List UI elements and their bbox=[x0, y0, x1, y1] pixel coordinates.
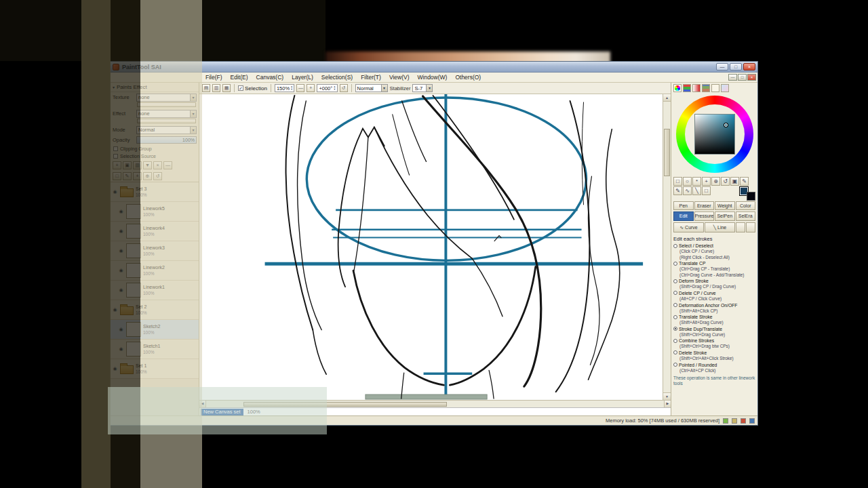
menu-item-view[interactable]: View(V) bbox=[385, 73, 414, 82]
hand-tool-icon[interactable]: ▣ bbox=[730, 177, 739, 186]
title-bar[interactable]: PaintTool SAI — □ × bbox=[111, 62, 757, 73]
mode-selera-button[interactable]: SelEra bbox=[736, 211, 756, 221]
menu-item-window[interactable]: Window(W) bbox=[414, 73, 452, 82]
edit-strokes-title: Edit each strokes bbox=[673, 236, 755, 242]
paint-mode-dropdown[interactable]: Normal ▾ bbox=[355, 84, 388, 92]
save-file-button[interactable]: ▦ bbox=[222, 84, 231, 92]
scroll-up-arrow[interactable]: ▲ bbox=[663, 94, 671, 102]
radio-icon[interactable] bbox=[673, 327, 677, 331]
radio-icon[interactable] bbox=[673, 262, 677, 266]
zoom-value-box[interactable]: 150% ▴▾ bbox=[275, 84, 294, 92]
rotation-value-box[interactable]: +000° ▴▾ bbox=[317, 84, 337, 92]
vertical-scroll-thumb[interactable] bbox=[664, 129, 670, 176]
menu-item-file[interactable]: File(F) bbox=[201, 73, 226, 82]
menu-item-canvas[interactable]: Canvas(C) bbox=[252, 73, 288, 82]
stroke-option[interactable]: Deformation Anchor On/OFF bbox=[673, 302, 755, 308]
rgb-slider-toggle-icon[interactable] bbox=[683, 84, 691, 92]
zoom-in-button[interactable]: + bbox=[307, 84, 315, 92]
stroke-option-hint: (Alt+CP / Click Curve) bbox=[673, 296, 755, 302]
radio-icon[interactable] bbox=[673, 339, 677, 343]
stroke-option[interactable]: Translate Stroke bbox=[673, 314, 755, 320]
open-file-button[interactable]: ▥ bbox=[212, 84, 220, 92]
mdi-restore-button[interactable]: □ bbox=[738, 74, 747, 81]
mode-selpen-button[interactable]: SelPen bbox=[715, 211, 735, 221]
scratchpad-toggle-icon[interactable] bbox=[711, 84, 719, 92]
overlay-stripe-dark bbox=[81, 0, 111, 488]
scroll-right-arrow[interactable]: ▶ bbox=[664, 401, 671, 407]
edit-strokes-footer: These operation is same in other linewor… bbox=[673, 375, 755, 386]
new-file-button[interactable]: ▤ bbox=[202, 84, 210, 92]
radio-icon[interactable] bbox=[673, 315, 677, 319]
select-rect-tool-icon[interactable]: □ bbox=[673, 177, 682, 186]
radio-icon[interactable] bbox=[673, 303, 677, 307]
color-swatches bbox=[739, 186, 755, 201]
window-title: PaintTool SAI bbox=[122, 64, 713, 70]
status-red-icon bbox=[741, 418, 746, 424]
lasso-tool-icon[interactable]: ○ bbox=[683, 177, 692, 186]
mode-pressure-button[interactable]: Pressure bbox=[694, 211, 715, 221]
extra-tool-icon[interactable]: □ bbox=[702, 186, 711, 195]
stroke-extra-button[interactable] bbox=[746, 222, 755, 232]
saturation-value-square[interactable] bbox=[694, 114, 735, 155]
zoom-tool-icon[interactable]: ⊕ bbox=[711, 177, 720, 186]
mdi-minimize-button[interactable]: — bbox=[728, 74, 737, 81]
overlay-green-box bbox=[108, 387, 327, 434]
radio-icon[interactable] bbox=[673, 244, 677, 248]
pen-tool-icon[interactable]: ✎ bbox=[673, 186, 682, 195]
radio-icon[interactable] bbox=[673, 350, 677, 354]
line-tool-icon[interactable]: ╲ bbox=[692, 186, 701, 195]
magic-wand-tool-icon[interactable]: * bbox=[692, 177, 701, 186]
stroke-option-hint: (Shift+Ctrl+Drag Curve) bbox=[673, 332, 755, 338]
vertical-scrollbar[interactable]: ▲ ▼ bbox=[663, 94, 671, 400]
tab-eraser[interactable]: Eraser bbox=[694, 201, 715, 210]
color-picker-marker[interactable] bbox=[724, 123, 728, 127]
stroke-extra-button[interactable] bbox=[736, 222, 745, 232]
close-button[interactable]: × bbox=[743, 63, 755, 70]
rotate-tool-icon[interactable]: ↺ bbox=[721, 177, 730, 186]
tab-color[interactable]: Color bbox=[736, 201, 756, 210]
maximize-button[interactable]: □ bbox=[730, 63, 742, 70]
hsv-slider-toggle-icon[interactable] bbox=[692, 84, 701, 92]
selection-checkbox[interactable]: ✓ Selection bbox=[238, 85, 267, 92]
menu-item-filter[interactable]: Filter(T) bbox=[357, 73, 385, 82]
scroll-down-arrow[interactable]: ▼ bbox=[663, 392, 671, 400]
mode-edit-button[interactable]: Edit bbox=[673, 211, 694, 221]
stroke-option[interactable]: Pointed / Rounded bbox=[673, 362, 755, 368]
zoom-out-button[interactable]: — bbox=[296, 84, 304, 92]
radio-icon[interactable] bbox=[673, 279, 677, 283]
rotate-reset-button[interactable]: ↺ bbox=[340, 84, 348, 92]
tab-pen[interactable]: Pen bbox=[673, 201, 694, 210]
curve-tool-icon[interactable]: ∿ bbox=[683, 186, 692, 195]
radio-icon[interactable] bbox=[673, 363, 677, 367]
menu-item-selection[interactable]: Selection(S) bbox=[317, 73, 357, 82]
swatches-toggle-icon[interactable] bbox=[702, 84, 710, 92]
tab-weight[interactable]: Weight bbox=[715, 201, 735, 210]
stroke-option[interactable]: Delete CP / Curve bbox=[673, 290, 755, 296]
curve-icon: ∿ bbox=[679, 225, 684, 230]
hue-color-wheel[interactable] bbox=[676, 96, 753, 173]
color-wheel-toggle-icon[interactable] bbox=[673, 84, 682, 92]
radio-icon[interactable] bbox=[673, 291, 677, 295]
minimize-button[interactable]: — bbox=[716, 63, 728, 70]
stroke-option[interactable]: Deform Stroke bbox=[673, 278, 755, 284]
line-stroke-button[interactable]: ╲ Line bbox=[705, 222, 735, 232]
check-icon: ✓ bbox=[238, 85, 243, 91]
eyedropper-tool-icon[interactable]: ✎ bbox=[740, 177, 749, 186]
move-tool-icon[interactable]: + bbox=[702, 177, 711, 186]
menu-item-layer[interactable]: Layer(L) bbox=[288, 73, 317, 82]
stroke-option[interactable]: Stroke Dup/Translate bbox=[673, 326, 755, 332]
stroke-option[interactable]: Translate CP bbox=[673, 260, 755, 266]
color-mixer-toggle-icon[interactable] bbox=[721, 84, 729, 92]
stabilizer-dropdown[interactable]: S-7 ▾ bbox=[412, 84, 433, 92]
background-color-swatch[interactable] bbox=[747, 192, 755, 201]
menu-item-others[interactable]: Others(O) bbox=[451, 73, 485, 82]
menu-item-edit[interactable]: Edit(E) bbox=[226, 73, 252, 82]
curve-stroke-button[interactable]: ∿ Curve bbox=[673, 222, 704, 232]
stroke-option[interactable]: Select / Deselect bbox=[673, 243, 755, 249]
stroke-option[interactable]: Delete Stroke bbox=[673, 350, 755, 356]
stroke-option[interactable]: Combine Strokes bbox=[673, 338, 755, 344]
mdi-close-button[interactable]: × bbox=[747, 74, 756, 81]
stroke-option-hint: (Shift+Alt+Drag Curve) bbox=[673, 320, 755, 326]
drawing-canvas[interactable] bbox=[199, 94, 663, 400]
status-olive-icon bbox=[732, 418, 737, 424]
